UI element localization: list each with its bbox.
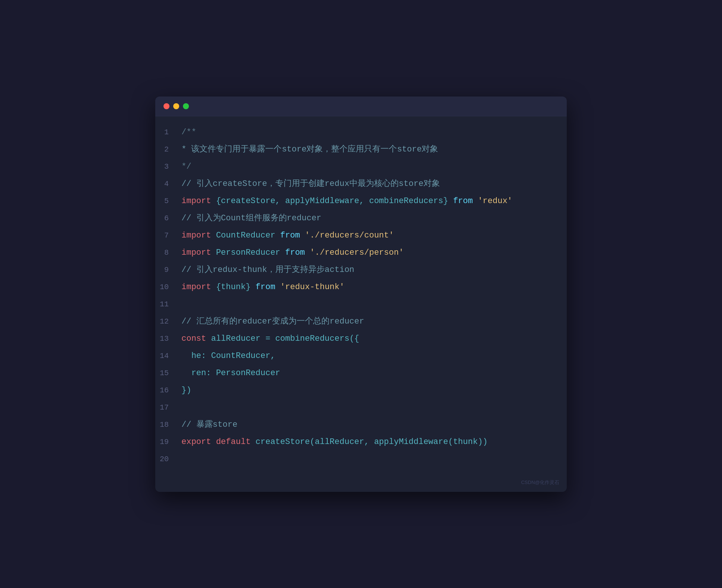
code-line: 14 he: CountReducer, [155, 347, 567, 365]
token: from [280, 231, 305, 240]
line-number: 4 [155, 176, 178, 192]
token: // 引入为Count组件服务的reducer [181, 214, 321, 223]
token: export [181, 437, 216, 447]
line-number: 3 [155, 159, 178, 175]
code-line: 9// 引入redux-thunk，用于支持异步action [155, 261, 567, 279]
token: './reducers/count' [305, 231, 394, 240]
code-line: 1/** [155, 124, 567, 141]
line-number: 7 [155, 228, 178, 244]
line-number: 18 [155, 417, 178, 433]
line-content: }) [178, 383, 567, 398]
line-number: 19 [155, 434, 178, 450]
line-content: // 引入redux-thunk，用于支持异步action [178, 262, 567, 278]
token: default [216, 437, 256, 447]
code-line: 15 ren: PersonReducer [155, 365, 567, 382]
line-number: 2 [155, 142, 178, 157]
line-content: // 暴露store [178, 417, 567, 433]
token: */ [181, 162, 191, 171]
code-line: 11 [155, 296, 567, 313]
token: CountReducer [216, 231, 280, 240]
token: // 汇总所有的reducer变成为一个总的reducer [181, 317, 364, 326]
code-line: 20 [155, 451, 567, 468]
code-editor: 1/**2* 该文件专门用于暴露一个store对象，整个应用只有一个store对… [155, 116, 567, 475]
code-line: 18// 暴露store [155, 416, 567, 434]
line-content: // 汇总所有的reducer变成为一个总的reducer [178, 314, 567, 330]
code-line: 2* 该文件专门用于暴露一个store对象，整个应用只有一个store对象 [155, 141, 567, 158]
token: allReducer = combineReducers({ [211, 334, 359, 343]
code-line: 17 [155, 399, 567, 416]
code-line: 3*/ [155, 158, 567, 175]
line-number: 8 [155, 245, 178, 261]
code-window: 1/**2* 该文件专门用于暴露一个store对象，整个应用只有一个store对… [155, 97, 567, 492]
line-number: 13 [155, 331, 178, 347]
line-content: import {thunk} from 'redux-thunk' [178, 279, 567, 295]
token: PersonReducer [216, 248, 285, 257]
close-button[interactable] [163, 103, 169, 109]
line-number: 1 [155, 125, 178, 140]
token: const [181, 334, 211, 343]
line-content: const allReducer = combineReducers({ [178, 331, 567, 347]
token: 'redux' [478, 196, 512, 206]
maximize-button[interactable] [183, 103, 189, 109]
line-number: 20 [155, 451, 178, 467]
token: import [181, 282, 216, 292]
token: /** [181, 128, 196, 137]
code-line: 7import CountReducer from './reducers/co… [155, 227, 567, 244]
line-content: // 引入createStore，专门用于创建redux中最为核心的store对… [178, 176, 567, 192]
line-number: 16 [155, 383, 178, 398]
line-number: 12 [155, 314, 178, 330]
line-number: 15 [155, 365, 178, 381]
line-number: 6 [155, 211, 178, 226]
code-line: 13const allReducer = combineReducers({ [155, 330, 567, 347]
token: './reducers/person' [310, 248, 404, 257]
line-content: /** [178, 125, 567, 140]
minimize-button[interactable] [173, 103, 179, 109]
line-content: he: CountReducer, [178, 348, 567, 364]
line-number: 17 [155, 400, 178, 416]
line-number: 5 [155, 193, 178, 209]
token: // 引入createStore，专门用于创建redux中最为核心的store对… [181, 179, 440, 189]
token: from [285, 248, 310, 257]
code-line: 10import {thunk} from 'redux-thunk' [155, 279, 567, 296]
code-line: 6// 引入为Count组件服务的reducer [155, 210, 567, 227]
line-content: import PersonReducer from './reducers/pe… [178, 245, 567, 261]
token: ren: PersonReducer [181, 368, 280, 378]
token: createStore(allReducer, applyMiddleware(… [256, 437, 488, 447]
code-line: 12// 汇总所有的reducer变成为一个总的reducer [155, 313, 567, 330]
token: he: CountReducer, [181, 351, 275, 361]
token: {createStore, applyMiddleware, combineRe… [216, 196, 448, 206]
code-line: 5import {createStore, applyMiddleware, c… [155, 193, 567, 210]
token: * 该文件专门用于暴露一个store对象，整个应用只有一个store对象 [181, 145, 438, 154]
titlebar [155, 97, 567, 116]
code-line: 8import PersonReducer from './reducers/p… [155, 244, 567, 261]
line-number: 9 [155, 262, 178, 278]
token: 'redux-thunk' [280, 282, 345, 292]
token: {thunk} [216, 282, 256, 292]
token: import [181, 248, 216, 257]
token: }) [181, 386, 191, 395]
token: // 引入redux-thunk，用于支持异步action [181, 265, 354, 275]
token: from [448, 196, 478, 206]
line-content: ren: PersonReducer [178, 365, 567, 381]
token: from [256, 282, 280, 292]
code-line: 16}) [155, 382, 567, 399]
code-line: 19export default createStore(allReducer,… [155, 434, 567, 451]
line-content: export default createStore(allReducer, a… [178, 434, 567, 450]
line-content: */ [178, 159, 567, 175]
token: import [181, 231, 216, 240]
line-number: 14 [155, 348, 178, 364]
code-line: 4// 引入createStore，专门用于创建redux中最为核心的store… [155, 175, 567, 193]
token: // 暴露store [181, 420, 238, 429]
watermark: CSDN@化作灵石 [155, 475, 567, 492]
line-content: import {createStore, applyMiddleware, co… [178, 193, 567, 209]
line-number: 10 [155, 279, 178, 295]
line-content: import CountReducer from './reducers/cou… [178, 228, 567, 244]
line-number: 11 [155, 297, 178, 312]
token: import [181, 196, 216, 206]
line-content: // 引入为Count组件服务的reducer [178, 211, 567, 226]
line-content: * 该文件专门用于暴露一个store对象，整个应用只有一个store对象 [178, 142, 567, 157]
